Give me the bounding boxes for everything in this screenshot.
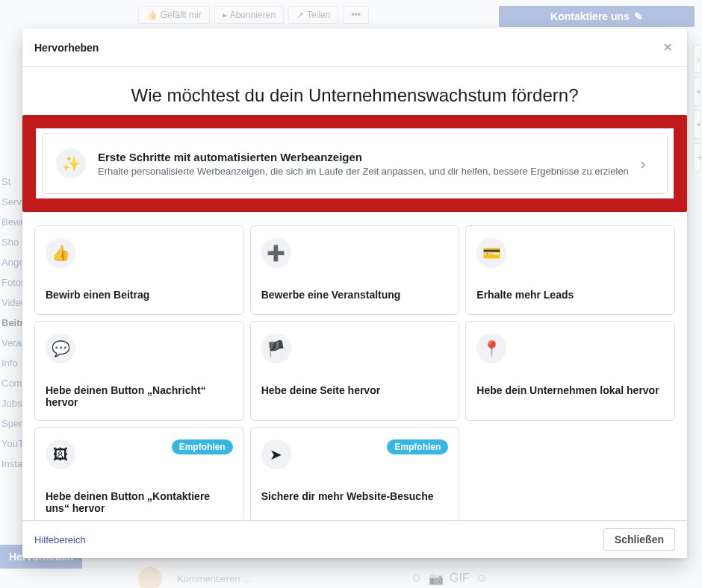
card-title: Hebe deinen Button „Nachricht“ hervor	[46, 384, 233, 408]
option-card[interactable]: ➤Sichere dir mehr Website-BesucheEmpfohl…	[250, 427, 460, 520]
recommended-badge: Empfohlen	[172, 440, 233, 454]
wand-icon: ✨	[56, 148, 86, 178]
automated-ads-card[interactable]: ✨ Erste Schritte mit automatisierten Wer…	[42, 133, 668, 194]
close-icon[interactable]: ×	[660, 39, 675, 56]
help-link[interactable]: Hilfebereich	[34, 534, 86, 545]
close-button[interactable]: Schließen	[603, 528, 675, 551]
hero-title: Erste Schritte mit automatisierten Werbe…	[98, 151, 629, 163]
card-title: Erhalte mehr Leads	[476, 289, 664, 301]
card-icon: 💳	[476, 238, 506, 268]
modal-body: Wie möchtest du dein Unternehmenswachstu…	[22, 67, 687, 520]
modal-header: Hervorheben ×	[22, 28, 687, 67]
option-card[interactable]: 💬Hebe deinen Button „Nachricht“ hervor	[34, 321, 244, 421]
option-card[interactable]: 💳Erhalte mehr Leads	[465, 225, 675, 315]
card-icon: 💬	[46, 334, 75, 363]
card-title: Hebe dein Unternehmen lokal hervor	[476, 384, 664, 396]
card-icon: 🏴	[261, 334, 291, 363]
option-card[interactable]: 🏴Hebe deine Seite hervor	[250, 321, 460, 421]
modal-question: Wie möchtest du dein Unternehmenswachstu…	[34, 67, 675, 115]
option-card[interactable]: 🖼Hebe deinen Button „Kontaktiere uns“ he…	[34, 427, 244, 520]
card-icon: 📍	[476, 334, 506, 363]
card-title: Sichere dir mehr Website-Besuche	[261, 490, 449, 502]
card-title: Bewerbe eine Veranstaltung	[261, 289, 449, 301]
card-icon: 👍	[46, 238, 75, 268]
card-title: Bewirb einen Beitrag	[46, 289, 233, 301]
option-card[interactable]: 📍Hebe dein Unternehmen lokal hervor	[465, 321, 675, 421]
card-icon: 🖼	[46, 440, 75, 469]
card-title: Hebe deine Seite hervor	[261, 384, 449, 396]
options-grid: 👍Bewirb einen Beitrag➕Bewerbe eine Veran…	[34, 225, 675, 520]
option-card[interactable]: ➕Bewerbe eine Veranstaltung	[250, 225, 460, 315]
card-icon: ➕	[261, 238, 291, 268]
modal-footer: Hilfebereich Schließen	[22, 520, 687, 558]
chevron-right-icon: ›	[641, 155, 646, 172]
modal-title: Hervorheben	[34, 42, 99, 54]
annotation-highlight: ✨ Erste Schritte mit automatisierten Wer…	[22, 115, 687, 212]
card-title: Hebe deinen Button „Kontaktiere uns“ her…	[46, 490, 233, 514]
card-icon: ➤	[261, 440, 291, 469]
hero-desc: Erhalte personalisierte Werbeanzeigen, d…	[98, 166, 629, 177]
recommended-badge: Empfohlen	[387, 440, 448, 454]
hero-text: Erste Schritte mit automatisierten Werbe…	[98, 151, 629, 177]
option-card[interactable]: 👍Bewirb einen Beitrag	[34, 225, 244, 315]
promote-modal: Hervorheben × Wie möchtest du dein Unter…	[22, 28, 687, 558]
